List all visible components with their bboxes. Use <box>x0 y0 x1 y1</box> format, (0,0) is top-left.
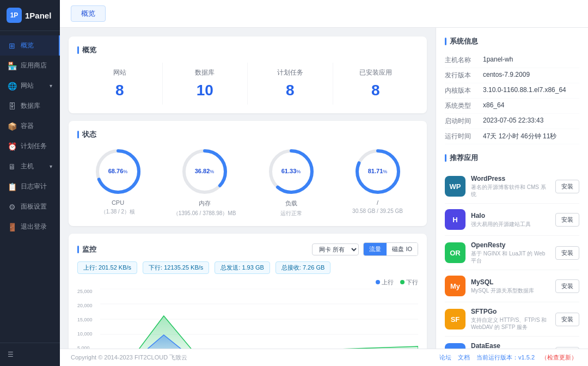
gauge-CPU: 68.76% CPU （1.38 / 2）核 <box>77 147 158 217</box>
footer-link-------[interactable]: （检查更新） <box>541 353 577 362</box>
sidebar-label-logout: 退出登录 <box>21 222 47 231</box>
sidebar-item-settings[interactable]: ⚙ 面板设置 <box>0 197 60 217</box>
sidebar-label-website: 网站 <box>21 81 34 90</box>
sidebar-label-crontask: 计划任务 <box>21 142 47 151</box>
network-select[interactable]: 网卡 所有 <box>312 243 359 255</box>
menu-icon: ☰ <box>8 351 14 358</box>
sidebar-item-crontask[interactable]: ⏰ 计划任务 <box>0 136 60 156</box>
app-desc: 支持自定义 HTTP/S、FTP/S 和 WebDAV 的 SFTP 服务 <box>471 316 550 331</box>
app-name: WordPress <box>471 175 550 182</box>
download-area <box>100 316 418 349</box>
app-info-DataEase: DataEase 人人可用的开源数据可视化分析工具 <box>471 342 550 349</box>
website-icon: 🌐 <box>8 82 16 90</box>
gauge-name: 内存 <box>164 199 245 208</box>
overview-icon: ⊞ <box>8 41 16 50</box>
sidebar-item-appstore[interactable]: 🏪 应用商店 <box>0 56 60 76</box>
app-desc: 著名的开源博客软件和 CMS 系统 <box>471 184 550 198</box>
app-info-MySQL: MySQL MySQL 开源关系型数据库 <box>471 278 550 294</box>
header: 概览 <box>60 0 588 28</box>
monitor-card: 监控 网卡 所有 流量 磁盘 IO 上行: 201.52 KB/s下行: 121… <box>69 234 427 349</box>
app-item-SFTPGo: SF SFTPGo 支持自定义 HTTP/S、FTP/S 和 WebDAV 的 … <box>445 302 579 337</box>
sidebar-label-appstore: 应用商店 <box>21 61 47 70</box>
monitor-stats: 上行: 201.52 KB/s下行: 12135.25 KB/s总发送: 1.9… <box>77 261 418 274</box>
app-item-Halo: H Halo 强大易用的开源建站工具 安装 <box>445 204 579 236</box>
sidebar-item-overview[interactable]: ⊞ 概览 <box>0 35 60 56</box>
info-label: 运行时间 <box>445 132 483 141</box>
sidebar-item-host[interactable]: 🖥 主机 ▾ <box>0 156 60 176</box>
sidebar-logo: 1P 1Panel <box>0 0 60 31</box>
log-icon: 📋 <box>8 182 16 191</box>
app-name: SFTPGo <box>471 308 550 315</box>
apps-list: WP WordPress 著名的开源博客软件和 CMS 系统 安装 H Halo… <box>445 169 579 349</box>
app-icon-Halo: H <box>445 209 465 230</box>
system-info-table: 主机名称 1panel-wh发行版本 centos-7.9.2009内核版本 3… <box>445 53 579 144</box>
legend-down: 下行 <box>400 278 418 286</box>
app-info-OpenResty: OpenResty 基于 NGINX 和 LuaJIT 的 Web 平台 <box>471 241 550 264</box>
footer-link---[interactable]: 论坛 <box>439 353 451 362</box>
monitor-stat-item: 总发送: 1.93 GB <box>215 261 270 274</box>
monitor-controls: 网卡 所有 流量 磁盘 IO <box>312 242 418 256</box>
sidebar-item-logout[interactable]: 🚪 退出登录 <box>0 217 60 237</box>
gauge-内存: 36.82% 内存 （1395.06 / 3788.98）MB <box>164 147 245 217</box>
y-axis-labels: 25,000 20,000 15,000 10,000 5,000 0 <box>77 289 99 349</box>
stat-value: 8 <box>339 82 413 99</box>
info-label: 主机名称 <box>445 56 483 65</box>
install-btn-Halo[interactable]: 安装 <box>555 213 579 227</box>
status-card: 状态 68.76% CPU （1.38 / 2）核 36.82% <box>69 121 427 226</box>
gauge-text: 68.76% <box>108 168 128 175</box>
gauge-circle-负载: 61.33% <box>267 147 316 196</box>
info-value: x86_64 <box>483 101 579 111</box>
install-btn-OpenResty[interactable]: 安装 <box>555 246 579 260</box>
monitor-stat-item: 总接收: 7.26 GB <box>275 261 330 274</box>
app-name: OpenResty <box>471 241 550 249</box>
sidebar-item-website[interactable]: 🌐 网站 ▾ <box>0 76 60 96</box>
gauge-percent: 68.76% <box>108 168 128 175</box>
btn-traffic[interactable]: 流量 <box>364 243 387 255</box>
apps-section: 推荐应用 WP WordPress 著名的开源博客软件和 CMS 系统 安装 H… <box>445 153 579 349</box>
gauge-name: 负载 <box>250 199 332 208</box>
footer-link--------v1-5-2[interactable]: 当前运行版本：v1.5.2 <box>476 353 535 362</box>
sidebar-label-host: 主机 <box>21 162 34 171</box>
install-btn-SFTPGo[interactable]: 安装 <box>555 313 579 326</box>
install-btn-MySQL[interactable]: 安装 <box>555 279 579 293</box>
status-title: 状态 <box>77 130 418 139</box>
info-value: 47天 12小时 46分钟 11秒 <box>483 132 579 141</box>
info-value: 1panel-wh <box>483 56 579 65</box>
gauge-percent: 61.33% <box>281 168 301 175</box>
app-icon-OpenResty: OR <box>445 242 465 263</box>
header-tab[interactable]: 概览 <box>71 5 106 22</box>
stats-grid: 网站 8数据库 10计划任务 8已安装应用 8 <box>77 63 418 105</box>
info-row-主机名称: 主机名称 1panel-wh <box>445 53 579 68</box>
sidebar-menu-toggle[interactable]: ☰ <box>8 349 52 361</box>
info-label: 启动时间 <box>445 117 483 126</box>
footer-copyright: Copyright © 2014-2023 FIT2CLOUD 飞致云 <box>71 353 187 362</box>
app-info-SFTPGo: SFTPGo 支持自定义 HTTP/S、FTP/S 和 WebDAV 的 SFT… <box>471 308 550 331</box>
footer-link---[interactable]: 文档 <box>458 353 470 362</box>
stat-label: 网站 <box>83 68 157 77</box>
app-item-WordPress: WP WordPress 著名的开源博客软件和 CMS 系统 安装 <box>445 169 579 204</box>
app-name: Halo <box>471 212 550 219</box>
sidebar-item-log[interactable]: 📋 日志审计 <box>0 176 60 197</box>
app-icon-MySQL: My <box>445 276 465 296</box>
btn-disk[interactable]: 磁盘 IO <box>387 243 418 255</box>
content-area: 概览 网站 8数据库 10计划任务 8已安装应用 8 状态 68.76% <box>60 28 588 349</box>
chart-svg-container <box>100 289 418 349</box>
app-icon-WordPress: WP <box>445 176 465 197</box>
stat-label: 数据库 <box>168 68 242 77</box>
apps-title: 推荐应用 <box>445 153 579 163</box>
footer: Copyright © 2014-2023 FIT2CLOUD 飞致云 论坛文档… <box>60 349 588 366</box>
sidebar-item-container[interactable]: 📦 容器 <box>0 116 60 136</box>
gauge-text: 36.82% <box>195 168 215 175</box>
sidebar-item-database[interactable]: 🗄 数据库 <box>0 96 60 116</box>
gauge-detail: （1395.06 / 3788.98）MB <box>164 210 245 217</box>
install-btn-WordPress[interactable]: 安装 <box>555 180 579 193</box>
app-icon-DataEase: DE <box>445 343 465 349</box>
appstore-icon: 🏪 <box>8 62 16 70</box>
info-row-内核版本: 内核版本 3.10.0-1160.88.1.el7.x86_64 <box>445 83 579 99</box>
legend-up: 上行 <box>376 278 394 286</box>
app-item-OpenResty: OR OpenResty 基于 NGINX 和 LuaJIT 的 Web 平台 … <box>445 236 579 270</box>
stat-数据库: 数据库 10 <box>163 63 248 105</box>
app-desc: 强大易用的开源建站工具 <box>471 221 550 228</box>
info-row-系统类型: 系统类型 x86_64 <box>445 99 579 114</box>
chevron-icon: ▾ <box>50 163 52 169</box>
